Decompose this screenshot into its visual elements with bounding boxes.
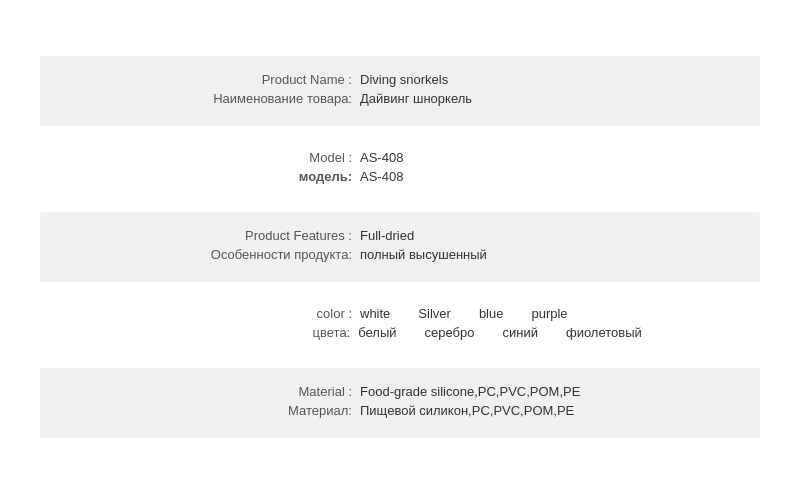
product-features-section: Product Features : Full-dried Особенност… — [40, 212, 760, 282]
material-label-en: Material : — [160, 384, 360, 399]
features-value-en: Full-dried — [360, 228, 640, 243]
features-row-en: Product Features : Full-dried — [60, 228, 740, 243]
features-label-ru: Особенности продукта: — [160, 247, 360, 262]
product-name-label-en: Product Name : — [160, 72, 360, 87]
model-label-en: Model : — [160, 150, 360, 165]
model-row-ru: модель: AS-408 — [60, 169, 740, 184]
color-row-en: color : white Silver blue purple — [60, 306, 740, 321]
color-white: white — [360, 306, 390, 321]
color-label-en: color : — [160, 306, 360, 321]
material-label-ru: Материал: — [160, 403, 360, 418]
color-row-ru: цвета: белый серебро синий фиолетовый — [60, 325, 740, 340]
material-value-ru: Пищевой силикон,PC,PVC,POM,PE — [360, 403, 640, 418]
material-row-en: Material : Food-grade silicone,PC,PVC,PO… — [60, 384, 740, 399]
color-purple-ru: фиолетовый — [566, 325, 642, 340]
model-label-ru: модель: — [160, 169, 360, 184]
model-value-en: AS-408 — [360, 150, 640, 165]
material-value-en: Food-grade silicone,PC,PVC,POM,PE — [360, 384, 640, 399]
features-row-ru: Особенности продукта: полный высушенный — [60, 247, 740, 262]
model-value-ru: AS-408 — [360, 169, 640, 184]
color-label-ru: цвета: — [158, 325, 358, 340]
model-section: Model : AS-408 модель: AS-408 — [40, 134, 760, 204]
color-values-en: white Silver blue purple — [360, 306, 640, 321]
color-blue-ru: синий — [502, 325, 537, 340]
color-white-ru: белый — [358, 325, 396, 340]
product-name-value-en: Diving snorkels — [360, 72, 640, 87]
color-blue: blue — [479, 306, 504, 321]
product-name-value-ru: Дайвинг шноркель — [360, 91, 640, 106]
material-row-ru: Материал: Пищевой силикон,PC,PVC,POM,PE — [60, 403, 740, 418]
color-purple: purple — [531, 306, 567, 321]
features-value-ru: полный высушенный — [360, 247, 640, 262]
product-name-row-en: Product Name : Diving snorkels — [60, 72, 740, 87]
product-name-label-ru: Наименование товара: — [160, 91, 360, 106]
color-silver: Silver — [418, 306, 451, 321]
material-section: Material : Food-grade silicone,PC,PVC,PO… — [40, 368, 760, 438]
features-label-en: Product Features : — [160, 228, 360, 243]
color-section: color : white Silver blue purple цвета: … — [40, 290, 760, 360]
product-name-row-ru: Наименование товара: Дайвинг шноркель — [60, 91, 740, 106]
color-values-ru: белый серебро синий фиолетовый — [358, 325, 642, 340]
model-row-en: Model : AS-408 — [60, 150, 740, 165]
product-name-section: Product Name : Diving snorkels Наименова… — [40, 56, 760, 126]
color-silver-ru: серебро — [425, 325, 475, 340]
